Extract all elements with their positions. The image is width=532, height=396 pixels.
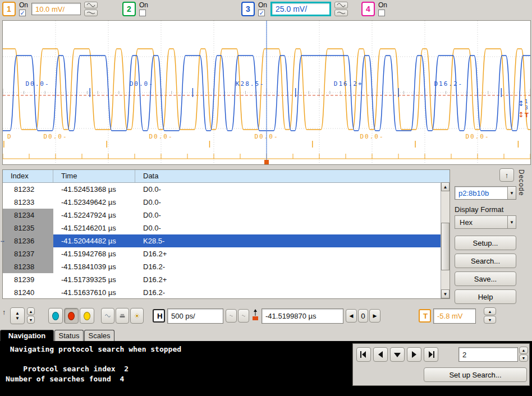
channel-1-scale-down-button[interactable]: [84, 10, 98, 16]
stepper-up-button[interactable]: ▲: [27, 307, 35, 315]
stepper-down-button[interactable]: ▼: [27, 316, 35, 324]
channel-1-button[interactable]: 1: [2, 2, 16, 16]
level-up-button[interactable]: ▲: [484, 307, 496, 315]
timebase-field[interactable]: 500 ps/: [167, 308, 223, 324]
table-row[interactable]: 81237-41.51942768 µsD16.2+: [3, 247, 450, 260]
table-cell-time[interactable]: -41.51942768 µs: [53, 247, 135, 260]
nav-next-button[interactable]: [407, 347, 421, 362]
table-row[interactable]: 81234-41.52247924 µsD0.0-: [3, 209, 450, 222]
channel-2-button[interactable]: 2: [122, 2, 136, 16]
trigger-button[interactable]: T: [419, 309, 431, 323]
table-cell-time[interactable]: -41.51739325 µs: [53, 273, 135, 286]
display-format-dropdown[interactable]: Hex ▼: [455, 215, 516, 229]
nav-last-button[interactable]: [424, 347, 438, 362]
scrollbar-thumb[interactable]: [441, 223, 450, 270]
table-cell-time[interactable]: -41.52247924 µs: [53, 209, 135, 222]
search-index-field[interactable]: 2: [458, 347, 518, 362]
table-cell-data[interactable]: D0.0-: [135, 222, 441, 234]
tab-status[interactable]: Status: [54, 330, 84, 341]
table-cell-data[interactable]: K28.5-: [135, 234, 441, 247]
horizontal-position-field[interactable]: -41.5199870 µs: [262, 308, 343, 324]
table-cell-index[interactable]: 81238: [3, 260, 53, 273]
table-row[interactable]: 81238-41.51841039 µsD16.2-: [3, 260, 450, 273]
table-cell-data[interactable]: D16.2+: [135, 247, 441, 260]
table-cell-time[interactable]: -41.52349642 µs: [53, 196, 135, 209]
channel-1-on-checkbox[interactable]: ✓: [19, 10, 26, 16]
table-cell-index[interactable]: 81235: [3, 222, 53, 234]
tab-scales[interactable]: Scales: [84, 330, 114, 341]
column-header-time[interactable]: Time: [53, 170, 135, 182]
table-cell-time[interactable]: -41.52146201 µs: [53, 222, 135, 234]
panel-up-arrow-button[interactable]: ↑: [499, 168, 514, 182]
table-cell-time[interactable]: -41.52451368 µs: [53, 183, 135, 196]
channel-1-scale-field[interactable]: 10.0 mV/: [31, 3, 81, 15]
channel-4-on-checkbox[interactable]: [378, 10, 385, 16]
table-cell-time[interactable]: -41.51637610 µs: [53, 286, 135, 299]
zero-position-button[interactable]: 0: [358, 309, 368, 323]
table-scrollbar[interactable]: ▲ ▼: [441, 182, 450, 298]
trigger-level-field[interactable]: -5.8 mV: [433, 308, 476, 324]
table-cell-time[interactable]: -41.51841039 µs: [53, 260, 135, 273]
level-down-button[interactable]: ▼: [484, 316, 496, 324]
table-cell-data[interactable]: D16.2-: [135, 286, 441, 299]
column-header-index[interactable]: Index: [3, 170, 53, 182]
print-button[interactable]: [116, 308, 129, 324]
table-row[interactable]: 81232-41.52451368 µsD0.0-: [3, 183, 450, 196]
single-button[interactable]: [80, 308, 94, 324]
zoom-in-button[interactable]: [238, 309, 249, 323]
nav-first-button[interactable]: [356, 347, 371, 362]
table-cell-data[interactable]: D0.0-: [135, 209, 441, 222]
channel-3-scale-down-button[interactable]: [334, 10, 348, 16]
horizontal-button[interactable]: H: [153, 309, 165, 323]
table-cell-index[interactable]: 81240: [3, 286, 53, 299]
setup-button[interactable]: Setup...: [455, 236, 516, 250]
help-button[interactable]: Help: [455, 289, 516, 304]
channel-3-scale-up-button[interactable]: [334, 2, 348, 8]
channel-1-scale-up-button[interactable]: [84, 2, 98, 8]
run-button[interactable]: [48, 308, 63, 324]
chevron-down-icon[interactable]: ▼: [507, 187, 516, 199]
set-up-search-button[interactable]: Set up Search...: [424, 367, 527, 382]
table-row[interactable]: 81239-41.51739325 µsD16.2+: [3, 273, 450, 286]
pan-left-button[interactable]: ◀: [346, 309, 357, 323]
scrollbar-down-button[interactable]: ▼: [441, 289, 450, 298]
stop-button[interactable]: [64, 308, 79, 324]
scrollbar-up-button[interactable]: ▲: [441, 182, 450, 191]
table-cell-index[interactable]: 81234: [3, 209, 53, 222]
table-row[interactable]: 81233-41.52349642 µsD0.0-: [3, 196, 450, 209]
channel-3-scale-field[interactable]: 25.0 mV/: [270, 2, 331, 16]
table-row[interactable]: ↔81236-41.52044482 µsK28.5-: [3, 234, 450, 247]
waveform-display[interactable]: D0.0-D0.0-K28.5-D16.2+D16.2-DD0.0-D0.0-D…: [2, 20, 531, 165]
tab-navigation[interactable]: Navigation: [0, 330, 54, 341]
index-up-button[interactable]: ▲: [519, 347, 528, 354]
table-cell-data[interactable]: D16.2-: [135, 260, 441, 273]
table-cell-time[interactable]: -41.52044482 µs: [53, 234, 135, 247]
table-cell-index[interactable]: 81232: [3, 183, 53, 196]
waveform-tool-button[interactable]: [101, 308, 114, 324]
table-cell-data[interactable]: D0.0-: [135, 196, 441, 209]
save-button[interactable]: Save...: [455, 271, 516, 286]
table-row[interactable]: 81240-41.51637610 µsD16.2-: [3, 286, 450, 299]
pan-updown-button[interactable]: ▲▼: [10, 307, 25, 324]
table-cell-index[interactable]: 81237: [3, 247, 53, 260]
table-cell-data[interactable]: D16.2+: [135, 273, 441, 286]
column-header-data[interactable]: Data: [135, 170, 450, 182]
zoom-out-button[interactable]: [226, 309, 237, 323]
table-cell-index[interactable]: 81236: [3, 234, 53, 247]
channel-3-button[interactable]: 3: [241, 2, 255, 16]
table-cell-data[interactable]: D0.0-: [135, 183, 441, 196]
table-cell-index[interactable]: 81239: [3, 273, 53, 286]
decode-source-dropdown[interactable]: p2:8b10b ▼: [455, 186, 516, 200]
nav-current-button[interactable]: [390, 347, 405, 362]
brightness-button[interactable]: [130, 308, 144, 324]
channel-3-on-checkbox[interactable]: ✓: [258, 10, 265, 16]
nav-prev-button[interactable]: [373, 347, 388, 362]
search-button[interactable]: Search...: [455, 254, 516, 268]
pan-right-button[interactable]: ▶: [369, 309, 380, 323]
channel-2-on-checkbox[interactable]: [139, 10, 146, 16]
channel-4-button[interactable]: 4: [361, 2, 375, 16]
index-down-button[interactable]: ▼: [519, 354, 528, 362]
table-cell-index[interactable]: 81233: [3, 196, 53, 209]
table-row[interactable]: 81235-41.52146201 µsD0.0-: [3, 222, 450, 234]
chevron-down-icon[interactable]: ▼: [507, 216, 516, 228]
